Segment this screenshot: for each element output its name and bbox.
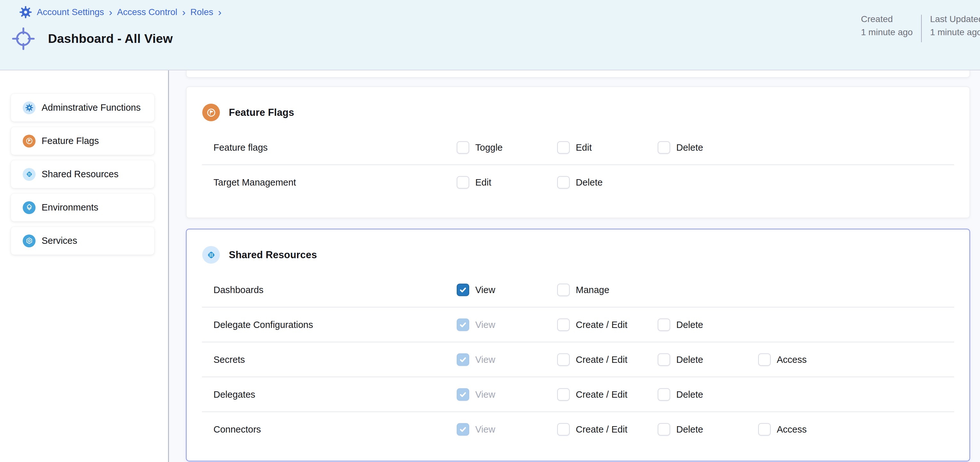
permission-row-feature-flags: Feature flagsToggleEditDelete [202,130,954,164]
sidebar-item-adminstrative-functions[interactable]: Adminstrative Functions [11,94,154,122]
resource-label: Secrets [213,354,245,365]
sidebar-item-services[interactable]: Services [11,227,154,255]
breadcrumb-chevron-icon: › [182,8,186,17]
layers-icon [23,201,35,214]
breadcrumb-chevron-icon: › [109,8,112,17]
last-updated-value: 1 minute ago [930,27,980,37]
permission-label: Create / Edit [576,389,627,400]
checkbox-create-edit[interactable] [557,423,570,435]
checkbox-delete[interactable] [557,176,570,189]
checkbox-toggle[interactable] [457,141,469,154]
breadcrumb-item-roles[interactable]: Roles [191,7,213,17]
checkbox-delete[interactable] [658,423,670,435]
page: Account Settings›Access Control›Roles› D… [0,0,980,462]
breadcrumb-item-account-settings[interactable]: Account Settings [37,7,104,17]
sidebar-item-label: Shared Resources [41,169,118,179]
permission-label: View [475,319,495,330]
permission-label: Delete [676,354,703,365]
header: Account Settings›Access Control›Roles› D… [0,0,980,70]
permission-label: Delete [676,142,703,152]
permission-label: Create / Edit [576,424,627,435]
sidebar-item-label: Environments [41,202,98,213]
permission-row-dashboards: DashboardsViewManage [202,273,954,307]
created-meta: Created 1 minute ago [861,14,913,42]
checkbox-delete[interactable] [658,141,670,154]
resource-label: Dashboards [213,284,263,295]
checkbox-view[interactable] [457,423,469,435]
checkbox-view[interactable] [457,388,469,400]
card-title: Feature Flags [229,107,294,118]
permission-manage: Manage [557,283,609,296]
card-header: Shared Resources [186,229,969,264]
permission-label: View [475,354,495,365]
sidebar-item-environments[interactable]: Environments [11,194,154,221]
dashboard-crosshair-icon [11,26,36,51]
permission-label: Access [777,354,807,365]
checkbox-edit[interactable] [457,176,469,189]
permission-card-shared-resources: Shared ResourcesDashboardsViewManageDele… [186,229,970,461]
permission-rows: DashboardsViewManageDelegate Configurati… [202,273,954,446]
sidebar-item-shared-resources[interactable]: Shared Resources [11,160,154,188]
gear-icon [23,102,35,114]
checkbox-edit[interactable] [557,141,570,154]
checkbox-access[interactable] [758,423,771,435]
meta-divider [921,15,922,42]
resource-group-sidebar: Adminstrative FunctionsFeature FlagsShar… [0,70,169,462]
permission-access: Access [758,353,807,366]
permission-edit: Edit [557,141,592,154]
permission-create-edit: Create / Edit [557,353,627,366]
permission-access: Access [758,423,807,435]
checkbox-delete[interactable] [658,353,670,366]
permission-delete: Delete [658,141,703,154]
breadcrumb-item-access-control[interactable]: Access Control [117,7,177,17]
permission-label: View [475,284,495,295]
body: Adminstrative FunctionsFeature FlagsShar… [0,70,980,462]
meta-panel: Created 1 minute ago Last Updated 1 minu… [861,14,980,42]
checkbox-create-edit[interactable] [557,318,570,331]
checkbox-manage[interactable] [557,283,570,296]
checkbox-view[interactable] [457,283,469,296]
permission-row-delegates: DelegatesViewCreate / EditDelete [202,376,954,411]
permission-label: Edit [475,177,491,187]
permission-row-secrets: SecretsViewCreate / EditDeleteAccess [202,342,954,376]
permission-delete: Delete [658,318,703,331]
checkbox-delete[interactable] [658,388,670,400]
resource-label: Target Management [213,177,296,187]
sidebar-item-label: Feature Flags [41,136,99,146]
permission-label: Delete [676,424,703,435]
sidebar-item-feature-flags[interactable]: Feature Flags [11,127,154,155]
checkbox-access[interactable] [758,353,771,366]
permission-label: Manage [576,284,609,295]
page-title: Dashboard - All View [48,32,173,46]
permission-label: Delete [576,177,603,187]
checkbox-view[interactable] [457,353,469,366]
resource-label: Delegates [213,389,255,400]
checkbox-delete[interactable] [658,318,670,331]
checkbox-create-edit[interactable] [557,388,570,400]
permission-delete: Delete [658,388,703,400]
permission-label: Delete [676,389,703,400]
checkbox-view[interactable] [457,318,469,331]
permission-row-delegate-configurations: Delegate ConfigurationsViewCreate / Edit… [202,307,954,342]
permission-delete: Delete [658,423,703,435]
last-updated-meta: Last Updated 1 minute ago [930,14,980,42]
permission-view: View [457,423,495,435]
sidebar-item-label: Services [41,235,77,246]
resource-label: Feature flags [213,142,267,152]
sidebar-item-label: Adminstrative Functions [41,102,140,113]
checkbox-create-edit[interactable] [557,353,570,366]
card-header: Feature Flags [186,87,969,121]
permission-view: View [457,353,495,366]
flag-icon [23,135,35,148]
partial-card [186,70,970,78]
permission-toggle: Toggle [457,141,503,154]
created-value: 1 minute ago [861,27,913,37]
permission-rows: Feature flagsToggleEditDeleteTarget Mana… [202,130,954,199]
permission-label: Edit [576,142,592,152]
title-row: Dashboard - All View [11,26,173,51]
permission-create-edit: Create / Edit [557,318,627,331]
permission-row-target-management: Target ManagementEditDelete [202,164,954,199]
main-content: Feature FlagsFeature flagsToggleEditDele… [169,70,980,462]
permission-label: Create / Edit [576,354,627,365]
permission-create-edit: Create / Edit [557,423,627,435]
